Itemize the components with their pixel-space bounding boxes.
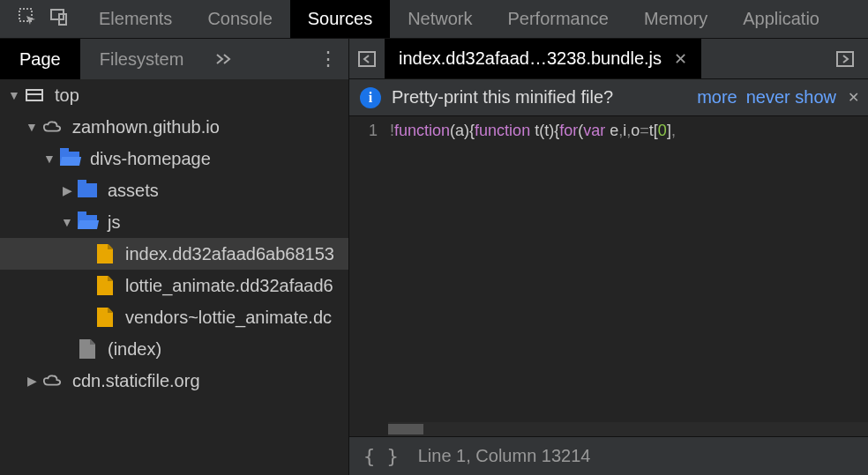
pretty-print-infobar: i Pretty-print this minified file? more … [349, 79, 868, 116]
disclosure-triangle-icon[interactable]: ▼ [25, 120, 39, 134]
tree-label: zamhown.github.io [72, 117, 220, 137]
infobar-message: Pretty-print this minified file? [392, 87, 613, 108]
tree-label: js [108, 212, 120, 233]
cloud-icon [42, 371, 62, 390]
line-number: 1 [349, 122, 378, 140]
infobar-more-link[interactable]: more [697, 87, 737, 108]
file-navigator: ▼ top ▼ zamhown.github.io ▼ divs-homepag… [0, 79, 349, 475]
scrollbar-thumb[interactable] [388, 424, 423, 434]
tree-label: top [55, 85, 79, 106]
close-tab-icon[interactable]: ✕ [674, 49, 687, 69]
tree-label: vendors~lottie_animate.dc [125, 308, 332, 328]
cursor-position: Line 1, Column 13214 [418, 446, 591, 466]
tab-performance[interactable]: Performance [490, 0, 627, 38]
tab-application[interactable]: Applicatio [725, 0, 837, 38]
tree-node-domain[interactable]: ▼ zamhown.github.io [0, 111, 348, 143]
tree-node-top[interactable]: ▼ top [0, 79, 348, 111]
tree-node-folder[interactable]: ▶ assets [0, 174, 348, 206]
folder-icon [78, 181, 97, 200]
editor-file-tab[interactable]: index.dd32afaad…3238.bundle.js ✕ [385, 39, 701, 78]
disclosure-triangle-icon[interactable]: ▶ [25, 374, 39, 388]
js-file-icon [95, 276, 115, 295]
devtools-tab-strip: Elements Console Sources Network Perform… [0, 0, 868, 39]
horizontal-scrollbar[interactable] [388, 422, 868, 436]
tree-node-folder[interactable]: ▼ divs-homepage [0, 143, 348, 174]
tab-sources[interactable]: Sources [290, 0, 390, 38]
folder-open-icon [60, 149, 79, 168]
inspect-icon[interactable] [18, 7, 37, 31]
editor-file-tab-label: index.dd32afaad…3238.bundle.js [399, 48, 662, 69]
js-file-icon [95, 244, 115, 263]
tree-node-file[interactable]: lottie_animate.dd32afaad6 [0, 270, 348, 301]
tab-network[interactable]: Network [390, 0, 490, 38]
navigator-tab-filesystem[interactable]: Filesystem [80, 39, 204, 79]
device-toggle-icon[interactable] [49, 7, 69, 31]
code-editor[interactable]: 1 !function(a){function t(t){for(var e,i… [349, 116, 868, 436]
pretty-print-icon[interactable]: { } [363, 445, 399, 467]
tree-label: divs-homepage [90, 149, 211, 169]
more-tabs-chevron-icon[interactable] [203, 39, 245, 79]
tree-node-folder[interactable]: ▼ js [0, 206, 348, 238]
tab-memory[interactable]: Memory [626, 0, 725, 38]
tab-elements[interactable]: Elements [81, 0, 190, 38]
tree-node-file[interactable]: index.dd32afaad6ab68153 [0, 238, 348, 270]
tree-label: (index) [108, 339, 161, 360]
code-line: !function(a){function t(t){for(var e,i,o… [388, 116, 676, 436]
navigator-more-menu-icon[interactable]: ⋮ [318, 39, 338, 79]
tree-node-file[interactable]: vendors~lottie_animate.dc [0, 301, 348, 333]
tab-console[interactable]: Console [190, 0, 289, 38]
js-file-icon [95, 308, 115, 327]
tree-node-domain[interactable]: ▶ cdn.staticfile.org [0, 365, 348, 397]
frame-icon [25, 85, 44, 105]
tree-label: index.dd32afaad6ab68153 [125, 244, 334, 264]
cloud-icon [42, 117, 62, 137]
line-number-gutter: 1 [349, 116, 388, 436]
file-icon [78, 339, 97, 359]
tree-label: lottie_animate.dd32afaad6 [125, 276, 333, 296]
show-navigator-icon[interactable] [349, 39, 385, 78]
editor-tab-strip: index.dd32afaad…3238.bundle.js ✕ [349, 39, 868, 79]
svg-rect-4 [837, 52, 853, 66]
info-icon: i [360, 87, 381, 108]
infobar-never-show-link[interactable]: never show [746, 87, 836, 108]
tree-label: assets [108, 181, 159, 201]
editor-status-bar: { } Line 1, Column 13214 [349, 436, 868, 475]
disclosure-triangle-icon[interactable]: ▼ [7, 88, 21, 102]
folder-open-icon [78, 212, 97, 232]
tree-node-file[interactable]: (index) [0, 333, 348, 365]
navigator-tab-page[interactable]: Page [0, 39, 80, 79]
navigator-tabs: Page Filesystem ⋮ [0, 39, 349, 79]
disclosure-triangle-icon[interactable]: ▼ [60, 215, 74, 229]
tree-label: cdn.staticfile.org [72, 371, 200, 391]
disclosure-triangle-icon[interactable]: ▶ [60, 183, 74, 197]
show-debugger-icon[interactable] [827, 39, 863, 78]
infobar-dismiss-icon[interactable]: ✕ [848, 89, 859, 106]
svg-rect-3 [359, 52, 375, 66]
disclosure-triangle-icon[interactable]: ▼ [42, 152, 56, 166]
